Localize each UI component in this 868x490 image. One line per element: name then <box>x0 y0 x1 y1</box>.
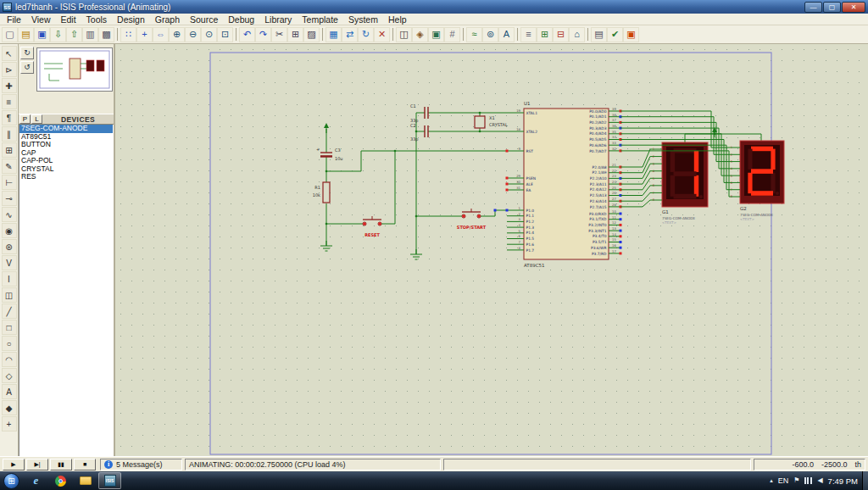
minimize-button[interactable]: — <box>804 2 822 13</box>
undo-button[interactable]: ↶ <box>239 27 255 42</box>
schematic-canvas[interactable]: U1AT89C5119XTAL118XTAL29RST29PSEN30ALE31… <box>115 44 868 456</box>
action-center-icon[interactable]: ⚑ <box>793 477 799 484</box>
wire-autorouter-button[interactable]: ≈ <box>466 27 482 42</box>
menu-tools[interactable]: Tools <box>81 14 113 25</box>
graph-mode-button[interactable]: ∿ <box>2 207 17 222</box>
mark-output-area-button[interactable]: ▩ <box>98 27 114 42</box>
device-item-res[interactable]: RES <box>19 173 113 181</box>
menu-graph[interactable]: Graph <box>150 14 185 25</box>
new-design-button[interactable]: ▢ <box>2 27 18 42</box>
2d-arc-mode-button[interactable]: ◠ <box>2 352 17 367</box>
goto-sheet-button[interactable]: ⌂ <box>569 27 585 42</box>
wire-label-mode-button[interactable]: ≡ <box>2 94 17 109</box>
generator-mode-button[interactable]: ⊛ <box>2 239 17 254</box>
start-button[interactable]: ⊞ <box>3 473 19 489</box>
open-design-button[interactable]: ▤ <box>18 27 34 42</box>
electrical-rule-check-button[interactable]: ✔ <box>607 27 623 42</box>
taskbar-item-chrome[interactable] <box>49 472 72 489</box>
export-section-button[interactable]: ⇧ <box>66 27 82 42</box>
2d-box-mode-button[interactable]: □ <box>2 320 17 335</box>
block-delete-button[interactable]: ✕ <box>374 27 390 42</box>
intersheet-terminal-mode-button[interactable]: ⊢ <box>2 175 17 190</box>
hidden-icons-arrow[interactable]: ▴ <box>770 477 773 484</box>
save-design-button[interactable]: ▣ <box>34 27 50 42</box>
subcircuit-mode-button[interactable]: ⊞ <box>2 142 17 158</box>
menu-source[interactable]: Source <box>185 14 223 25</box>
menu-edit[interactable]: Edit <box>56 14 81 25</box>
netlist-to-ares-button[interactable]: ▣ <box>623 27 639 42</box>
schematic-overview[interactable] <box>36 47 113 92</box>
show-desktop-button[interactable] <box>862 471 868 490</box>
taskbar-item-explorer[interactable] <box>74 472 97 489</box>
zoom-all-button[interactable]: ⊙ <box>201 27 217 42</box>
rotate-clockwise-button[interactable]: ↻ <box>20 47 34 59</box>
taskbar-item-isis[interactable]: ISIS <box>98 472 121 489</box>
redo-button[interactable]: ↷ <box>255 27 271 42</box>
buses-mode-button[interactable]: ∥ <box>2 126 17 142</box>
pick-devices-button[interactable]: P <box>19 114 31 124</box>
zoom-in-button[interactable]: ⊕ <box>169 27 185 42</box>
design-explorer-button[interactable]: ≡ <box>520 27 537 42</box>
taskbar-clock[interactable]: 7:49 PM <box>828 476 858 486</box>
menu-library[interactable]: Library <box>259 14 297 25</box>
new-sheet-button[interactable]: ⊞ <box>537 27 553 42</box>
remove-sheet-button[interactable]: ⊟ <box>553 27 569 42</box>
2d-markers-mode-button[interactable]: + <box>2 416 17 432</box>
menu-view[interactable]: View <box>26 14 56 25</box>
text-script-mode-button[interactable]: ¶ <box>2 110 17 125</box>
network-icon[interactable] <box>804 477 812 484</box>
toggle-grid-button[interactable]: ∷ <box>120 27 136 42</box>
menu-file[interactable]: File <box>2 14 26 25</box>
2d-path-mode-button[interactable]: ◇ <box>2 368 17 383</box>
2d-symbols-mode-button[interactable]: ◆ <box>2 400 17 415</box>
block-move-button[interactable]: ⇄ <box>342 27 358 42</box>
search-tag-button[interactable]: ⊚ <box>482 27 498 42</box>
animation-stop-button[interactable]: ■ <box>74 459 96 471</box>
animation-pause-button[interactable]: ▮▮ <box>50 459 72 471</box>
copy-button[interactable]: ⊞ <box>287 27 303 42</box>
paste-button[interactable]: ▨ <box>303 27 320 42</box>
menu-debug[interactable]: Debug <box>223 14 259 25</box>
2d-line-mode-button[interactable]: ╱ <box>2 303 17 319</box>
menu-template[interactable]: Template <box>297 14 343 25</box>
toggle-origin-button[interactable]: + <box>136 27 153 42</box>
menu-help[interactable]: Help <box>383 14 412 25</box>
bill-of-materials-button[interactable]: ▤ <box>591 27 607 42</box>
tape-recorder-mode-button[interactable]: ◉ <box>2 223 17 238</box>
pick-device-button[interactable]: ◫ <box>396 27 412 42</box>
device-pins-mode-button[interactable]: ⊸ <box>2 191 17 206</box>
component-mode-button[interactable]: ⊳ <box>2 62 17 77</box>
maximize-button[interactable]: ▢ <box>823 2 841 13</box>
cut-button[interactable]: ✂ <box>271 27 287 42</box>
taskbar-item-internet-explorer[interactable]: e <box>25 472 47 489</box>
library-manager-button[interactable]: L <box>31 114 42 124</box>
animation-play-button[interactable]: ▶ <box>3 459 25 471</box>
decompose-button[interactable]: # <box>444 27 460 42</box>
import-section-button[interactable]: ⇩ <box>50 27 66 42</box>
block-rotate-button[interactable]: ↻ <box>358 27 374 42</box>
make-device-button[interactable]: ◈ <box>412 27 428 42</box>
2d-text-mode-button[interactable]: A <box>2 384 17 399</box>
message-panel[interactable]: i 5 Message(s) <box>100 459 182 471</box>
language-indicator[interactable]: EN <box>778 476 789 485</box>
2d-circle-mode-button[interactable]: ○ <box>2 336 17 351</box>
volume-icon[interactable]: ◀ <box>817 477 822 484</box>
menu-system[interactable]: System <box>343 14 383 25</box>
animation-step-button[interactable]: ▶| <box>26 459 48 471</box>
menu-design[interactable]: Design <box>112 14 150 25</box>
block-copy-button[interactable]: ▦ <box>326 27 342 42</box>
instant-edit-mode-button[interactable]: ✎ <box>2 159 17 174</box>
packaging-tool-button[interactable]: ▣ <box>428 27 444 42</box>
zoom-area-button[interactable]: ⊡ <box>217 27 233 42</box>
current-probe-mode-button[interactable]: I <box>2 271 17 287</box>
rotate-anticlockwise-button[interactable]: ↺ <box>20 61 34 74</box>
voltage-probe-mode-button[interactable]: V <box>2 255 17 270</box>
print-design-button[interactable]: ▥ <box>82 27 98 42</box>
zoom-out-button[interactable]: ⊖ <box>185 27 201 42</box>
property-assignment-button[interactable]: A <box>498 27 515 42</box>
close-button[interactable]: ✕ <box>842 2 865 13</box>
pan-centre-button[interactable]: ⇔ <box>153 27 169 42</box>
virtual-instruments-mode-button[interactable]: ◫ <box>2 287 17 303</box>
junction-dot-mode-button[interactable]: ✚ <box>2 78 17 93</box>
selection-mode-button[interactable]: ↖ <box>2 46 17 61</box>
